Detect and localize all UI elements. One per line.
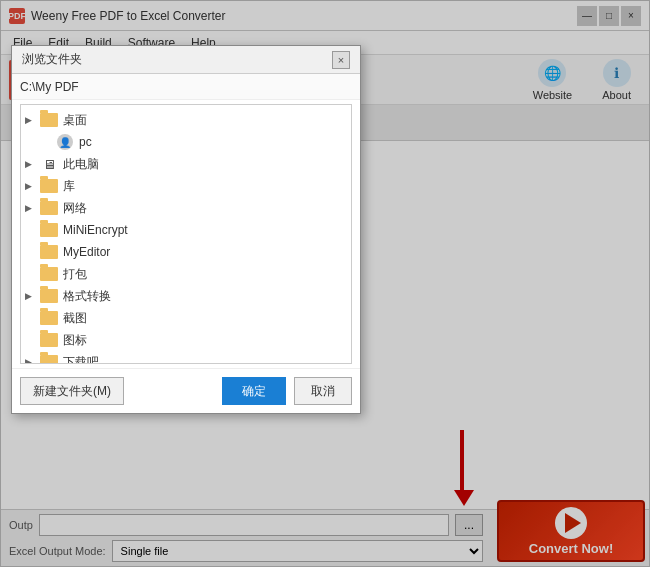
folder-icon-desktop <box>39 111 59 129</box>
tree-item-library[interactable]: ▶ 库 <box>21 175 351 197</box>
dialog-cancel-button[interactable]: 取消 <box>294 377 352 405</box>
tree-label: pc <box>79 135 92 149</box>
tree-arrow: ▶ <box>25 159 39 169</box>
tree-item-miniencrypt[interactable]: MiNiEncrypt <box>21 219 351 241</box>
tree-label: 图标 <box>63 332 87 349</box>
new-folder-button[interactable]: 新建文件夹(M) <box>20 377 124 405</box>
tree-item-thispc[interactable]: ▶ 🖥 此电脑 <box>21 153 351 175</box>
tree-item-network[interactable]: ▶ 网络 <box>21 197 351 219</box>
tree-item-pc[interactable]: 👤 pc <box>21 131 351 153</box>
tree-item-desktop[interactable]: ▶ 桌面 <box>21 109 351 131</box>
tree-label: 格式转换 <box>63 288 111 305</box>
tree-label: 下载吧 <box>63 354 99 365</box>
main-window: PDF Weeny Free PDF to Excel Converter — … <box>0 0 650 567</box>
tree-label: 打包 <box>63 266 87 283</box>
tree-label: 网络 <box>63 200 87 217</box>
tree-item-convert[interactable]: ▶ 格式转换 <box>21 285 351 307</box>
tree-arrow: ▶ <box>25 115 39 125</box>
tree-arrow: ▶ <box>25 357 39 364</box>
folder-icon-miniencrypt <box>39 221 59 239</box>
tree-label: MiNiEncrypt <box>63 223 128 237</box>
tree-arrow: ▶ <box>25 203 39 213</box>
tree-label: 库 <box>63 178 75 195</box>
tree-label: MyEditor <box>63 245 110 259</box>
folder-icon-icons <box>39 331 59 349</box>
dialog-bottom: 新建文件夹(M) 确定 取消 <box>12 368 360 413</box>
folder-icon-convert <box>39 287 59 305</box>
dialog-ok-button[interactable]: 确定 <box>222 377 286 405</box>
tree-item-myeditor[interactable]: MyEditor <box>21 241 351 263</box>
dialog-title-bar: 浏览文件夹 × <box>12 46 360 74</box>
file-browser-dialog: 浏览文件夹 × C:\My PDF ▶ 桌面 👤 pc <box>11 45 361 414</box>
tree-label: 截图 <box>63 310 87 327</box>
person-icon: 👤 <box>55 133 75 151</box>
tree-label: 此电脑 <box>63 156 99 173</box>
computer-icon: 🖥 <box>39 155 59 173</box>
tree-label: 桌面 <box>63 112 87 129</box>
folder-icon-network <box>39 199 59 217</box>
dialog-overlay: 浏览文件夹 × C:\My PDF ▶ 桌面 👤 pc <box>1 1 649 566</box>
dialog-action-buttons: 确定 取消 <box>222 377 352 405</box>
dialog-title: 浏览文件夹 <box>22 51 82 68</box>
tree-item-icons[interactable]: 图标 <box>21 329 351 351</box>
dialog-close-button[interactable]: × <box>332 51 350 69</box>
folder-icon-pack <box>39 265 59 283</box>
folder-icon-screenshot <box>39 309 59 327</box>
dialog-path-bar: C:\My PDF <box>12 74 360 100</box>
tree-item-download1[interactable]: ▶ 下载吧 <box>21 351 351 364</box>
tree-item-screenshot[interactable]: 截图 <box>21 307 351 329</box>
tree-arrow: ▶ <box>25 181 39 191</box>
tree-arrow: ▶ <box>25 291 39 301</box>
folder-icon-library <box>39 177 59 195</box>
folder-icon-myeditor <box>39 243 59 261</box>
folder-icon-download1 <box>39 353 59 364</box>
dialog-tree[interactable]: ▶ 桌面 👤 pc ▶ 🖥 此电脑 ▶ 库 <box>20 104 352 364</box>
tree-item-pack[interactable]: 打包 <box>21 263 351 285</box>
